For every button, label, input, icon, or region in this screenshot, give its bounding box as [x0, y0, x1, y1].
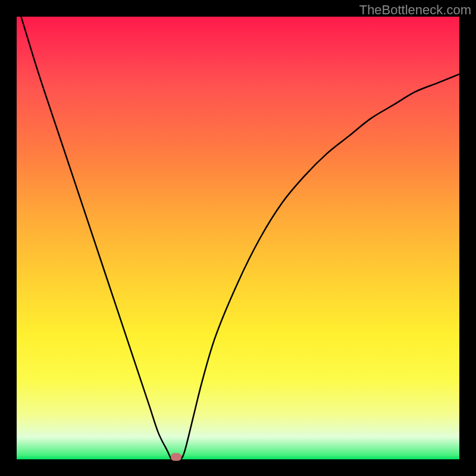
minimum-marker: [171, 453, 181, 461]
plot-area: [17, 17, 459, 459]
chart-frame: TheBottleneck.com: [0, 0, 476, 476]
bottleneck-curve: [17, 17, 459, 459]
watermark-text: TheBottleneck.com: [359, 2, 471, 18]
